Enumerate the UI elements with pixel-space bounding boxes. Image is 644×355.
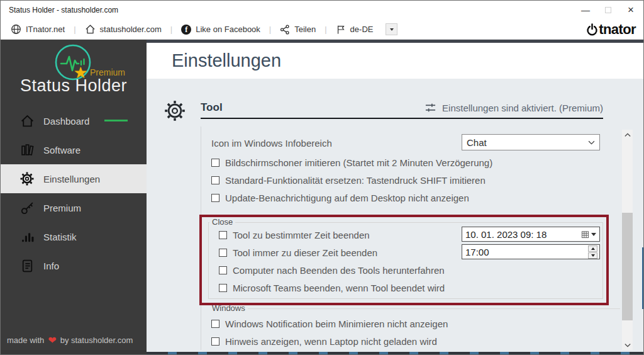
checkbox-icon: [211, 320, 219, 328]
chevron-down-icon: [625, 343, 631, 347]
toolbar: ITnator.net | statusholder.com | f Like …: [1, 20, 643, 40]
checkbox-row-update[interactable]: Update-Benachrichtigung auf dem Desktop …: [211, 193, 469, 203]
toolbar-separator: |: [269, 25, 271, 34]
checkbox-label: Microsoft Teams beenden, wenn Tool beend…: [233, 283, 445, 293]
checkbox-label: Bildschirmschoner imitieren (Startet mit…: [225, 157, 492, 168]
content-header: Einstellungen: [147, 43, 644, 79]
scroll-down-button[interactable]: [622, 340, 633, 351]
sidebar-item-label: Einstellungen: [43, 174, 100, 184]
checkbox-row-screensaver[interactable]: Bildschirmschoner imitieren (Startet mit…: [211, 157, 492, 168]
scroll-up-button[interactable]: [622, 130, 633, 140]
taskbar-strip-left: [1, 350, 147, 354]
time-spinner: [588, 245, 597, 259]
toolbar-link-label: ITnator.net: [26, 25, 65, 34]
chevron-up-icon: [625, 133, 631, 137]
toolbar-link-label: Teilen: [294, 25, 316, 34]
time-value: 17:00: [465, 247, 489, 257]
sidebar-item-statistik[interactable]: Statistik: [1, 222, 147, 251]
checkbox-label: Hinweis anzeigen, wenn Laptop nicht gela…: [225, 336, 437, 347]
checkbox-row-laptop-charge[interactable]: Hinweis anzeigen, wenn Laptop nicht gela…: [211, 336, 437, 347]
checkbox-icon: [219, 266, 227, 274]
sidebar-item-einstellungen[interactable]: Einstellungen: [1, 164, 147, 193]
sidebar-item-info[interactable]: Info: [1, 251, 147, 280]
home-icon: [85, 24, 96, 35]
checkbox-row-quit-daily[interactable]: Tool immer zu dieser Zeit beenden: [219, 247, 377, 258]
brand-text: tnator: [599, 23, 636, 37]
toolbar-link-itnator[interactable]: ITnator.net: [8, 23, 67, 36]
home-icon: [19, 114, 35, 128]
sidebar-footer: made with ❤ by statusholder.com: [7, 334, 133, 346]
language-selector[interactable]: de-DE: [333, 23, 376, 36]
app-logo: ★ Premium Status Holder: [1, 40, 147, 106]
taskbar-strip-segments: [147, 352, 644, 354]
key-icon: [19, 201, 35, 215]
sidebar-item-label: Dashboard: [43, 116, 89, 127]
caret-down-icon: [591, 254, 595, 257]
section-title: Tool: [201, 101, 223, 114]
power-icon: [586, 23, 598, 37]
language-label: de-DE: [350, 25, 374, 34]
app-window: Status Holder - statusholder.com — × ITn…: [0, 0, 644, 355]
sliders-icon: [425, 103, 436, 113]
settings-body: Tool Einstellungen sind aktiviert. (Prem…: [147, 79, 644, 351]
windows-group-title: Windows: [209, 303, 248, 313]
flag-icon: [336, 25, 346, 35]
close-button[interactable]: ×: [619, 1, 642, 20]
minimize-button[interactable]: —: [574, 1, 597, 20]
scrollbar[interactable]: [622, 130, 633, 351]
checkbox-icon: [211, 176, 219, 184]
globe-icon: [11, 24, 21, 35]
document-icon: [19, 259, 35, 273]
spinner-down-button[interactable]: [588, 252, 597, 259]
checkbox-icon: [211, 194, 219, 202]
app-name: Status Holder: [1, 76, 147, 96]
caret-up-icon: [591, 247, 595, 250]
facebook-icon: f: [181, 25, 191, 35]
toolbar-link-label: Like on Facebook: [196, 25, 260, 34]
bar-chart-icon: [19, 230, 35, 244]
toolbar-link-statusholder[interactable]: statusholder.com: [82, 23, 164, 36]
checkbox-label: Computer nach Beenden des Tools herunter…: [233, 265, 445, 276]
time-input[interactable]: 17:00: [462, 244, 600, 259]
checkbox-row-shutdown[interactable]: Computer nach Beenden des Tools herunter…: [219, 265, 445, 276]
checkbox-label: Update-Benachrichtigung auf dem Desktop …: [225, 193, 469, 203]
tray-icon-select[interactable]: Chat: [462, 134, 600, 150]
window-titlebar: Status Holder - statusholder.com — ×: [1, 1, 643, 20]
spinner-up-button[interactable]: [588, 245, 597, 252]
toolbar-link-teilen[interactable]: Teilen: [277, 23, 318, 36]
sidebar-item-label: Statistik: [43, 232, 77, 242]
section-gear-icon: [163, 99, 187, 123]
checkbox-row-notification[interactable]: Windows Notification beim Minimieren nic…: [211, 318, 448, 329]
sidebar-item-software[interactable]: Software: [1, 135, 147, 164]
sidebar-item-dashboard[interactable]: Dashboard: [1, 106, 147, 135]
toolbar-link-facebook[interactable]: f Like on Facebook: [179, 23, 263, 36]
brand-logo[interactable]: tnator: [586, 23, 636, 37]
checkbox-icon: [219, 231, 227, 239]
caret-down-icon[interactable]: [591, 233, 596, 236]
checkbox-row-quit-at-time[interactable]: Tool zu bestimmter Zeit beenden: [219, 230, 370, 240]
window-title: Status Holder - statusholder.com: [1, 6, 574, 14]
gear-icon: [19, 171, 35, 186]
maximize-button[interactable]: [597, 1, 619, 20]
scrollbar-thumb[interactable]: [622, 213, 633, 320]
section-underline: [201, 118, 603, 119]
toolbar-separator: |: [74, 25, 75, 34]
heart-icon: ❤: [48, 334, 56, 346]
datetime-input[interactable]: 10. 01. 2023 09: 18: [462, 227, 600, 242]
checkbox-icon: [219, 249, 227, 257]
checkbox-label: Tool zu bestimmter Zeit beenden: [233, 230, 370, 240]
language-dropdown-button[interactable]: [386, 23, 397, 35]
settings-status: Einstellungen sind aktiviert. (Premium): [425, 103, 603, 113]
checkbox-label: Standard-Funktionalität ersetzen: Tasten…: [225, 175, 486, 186]
checkbox-icon: [211, 337, 219, 346]
checkbox-row-teams[interactable]: Microsoft Teams beenden, wenn Tool beend…: [219, 283, 445, 293]
windows-group-border: [247, 308, 620, 309]
books-icon: [19, 143, 35, 157]
footer-text: by statusholder.com: [60, 335, 133, 345]
checkbox-icon: [211, 159, 219, 167]
checkbox-row-shift[interactable]: Standard-Funktionalität ersetzen: Tasten…: [211, 175, 486, 186]
datetime-value: 10. 01. 2023 09: 18: [465, 229, 547, 240]
sidebar-item-label: Premium: [43, 203, 81, 213]
sidebar-item-premium[interactable]: Premium: [1, 193, 147, 222]
sidebar-item-label: Software: [43, 145, 80, 155]
